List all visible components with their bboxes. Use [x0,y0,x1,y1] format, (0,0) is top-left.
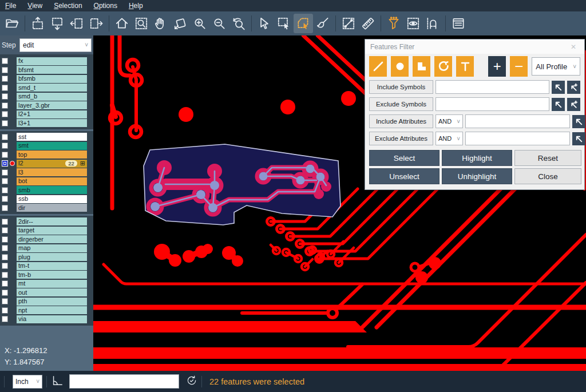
mode-positive-button[interactable]: + [488,56,506,77]
mode-negative-button[interactable]: − [510,56,528,77]
filter-pad-button[interactable] [391,56,409,77]
layer-active-indicator[interactable] [8,75,17,82]
filter-line-button[interactable] [369,56,387,77]
view-overlay-icon[interactable] [403,14,423,33]
layer-visibility-checkbox[interactable] [2,254,8,260]
layer-row-npt[interactable]: npt [0,306,93,314]
layer-row-mt[interactable]: mt [0,280,93,288]
layer-visibility-checkbox[interactable] [2,67,8,73]
layer-visibility-checkbox[interactable] [2,245,8,251]
pick-symbol-button[interactable] [552,81,565,94]
layer-active-indicator[interactable] [8,227,17,234]
layer-row-smd_b[interactable]: smd_b [0,93,93,101]
exclude-attributes-input[interactable] [465,132,570,145]
profile-select[interactable]: All Profile ˅ [532,57,580,76]
layer-visibility-checkbox[interactable] [2,290,8,296]
layer-active-indicator[interactable] [8,177,17,185]
include-attributes-input[interactable] [465,114,570,128]
zoom-in-icon[interactable] [190,14,209,33]
layer-row-plug[interactable]: plug [0,253,93,261]
layer-row-bot[interactable]: bot [0,177,93,185]
layer-row-smb[interactable]: smb [0,186,93,194]
exclude-symbols-input[interactable] [435,97,549,111]
step-select[interactable]: edit ˅ [19,38,92,52]
layer-active-indicator[interactable] [8,262,17,270]
highlight-button[interactable]: Highlight [442,150,512,166]
zoom-area-icon[interactable] [171,14,190,33]
layer-row-top[interactable]: top [0,151,93,159]
exclude-attributes-operator-select[interactable]: AND ˅ [435,132,463,145]
measure-distance-icon[interactable] [339,14,358,33]
features-filter-icon[interactable] [384,14,403,33]
reset-button[interactable]: Reset [514,150,581,166]
include-symbols-button[interactable]: Include Symbols [369,80,433,94]
menu-file[interactable]: File [5,2,16,10]
layer-active-indicator[interactable] [8,307,17,314]
select-rectangle-icon[interactable] [274,14,294,33]
layer-row-target[interactable]: target [0,227,93,235]
layer-visibility-checkbox[interactable] [2,102,8,109]
layer-row-l3[interactable]: l3 [0,168,93,176]
layer-row-l2+1[interactable]: l2+1 [0,110,93,118]
pick-add-symbol-button[interactable] [567,81,580,94]
sync-icon[interactable] [186,375,197,389]
layer-visibility-checkbox[interactable] [2,178,8,184]
layer-row-sst[interactable]: sst [0,133,93,141]
shift-view-up-icon[interactable] [28,14,47,33]
pick-attribute-button[interactable] [572,115,585,128]
layer-row-layer_3.gbr[interactable]: layer_3.gbr [0,101,93,109]
layer-row-l2[interactable]: l222⊞ [0,160,93,168]
layer-grid-icon[interactable]: ⊞ [80,160,85,167]
layer-active-indicator[interactable] [8,280,17,287]
filter-arc-button[interactable] [434,56,452,77]
exclude-attributes-button[interactable]: Exclude Attributes [369,132,433,145]
layer-row-tm-b[interactable]: tm-b [0,271,93,279]
layer-row-bfsmb[interactable]: bfsmb [0,75,93,83]
filter-surface-button[interactable] [413,56,430,77]
layer-visibility-checkbox[interactable] [2,272,8,278]
select-pointer-icon[interactable] [255,14,274,33]
layer-active-indicator[interactable] [8,57,17,65]
close-button[interactable]: Close [514,168,581,184]
pick-add-symbol-button[interactable] [567,98,580,111]
zoom-previous-icon[interactable] [229,14,248,33]
layer-row-ssb[interactable]: ssb [0,195,93,203]
layer-active-indicator[interactable] [8,110,17,118]
angle-measure-icon[interactable] [51,374,64,389]
layer-row-map[interactable]: map [0,244,93,252]
layer-visibility-checkbox[interactable] [2,85,8,91]
snap-magnet-icon[interactable] [423,14,442,33]
unselect-button[interactable]: Unselect [369,168,440,184]
select-polygon-icon[interactable] [294,14,313,33]
layer-visibility-checkbox[interactable] [2,280,8,287]
layer-visibility-checkbox[interactable] [2,152,8,158]
shift-view-down-icon[interactable] [47,14,67,33]
home-view-icon[interactable] [112,14,132,33]
layer-row-tm-t[interactable]: tm-t [0,262,93,270]
layer-active-indicator[interactable] [8,204,17,212]
layer-active-indicator[interactable] [8,254,17,261]
layer-row-smt[interactable]: smt [0,142,93,150]
include-symbols-input[interactable] [435,80,549,94]
exclude-symbols-button[interactable]: Exclude Symbols [369,97,433,111]
layer-visibility-checkbox[interactable] [2,58,8,64]
layer-visibility-checkbox[interactable] [2,187,8,193]
layer-active-indicator[interactable] [8,93,17,100]
unit-select[interactable]: Inch ˅ [13,375,42,389]
layer-visibility-checkbox[interactable] [2,236,8,243]
open-file-icon[interactable] [2,14,22,33]
layer-visibility-checkbox[interactable] [2,307,8,314]
menu-help[interactable]: Help [129,2,143,10]
layer-visibility-checkbox[interactable] [2,134,8,140]
layer-active-indicator[interactable] [8,244,17,252]
pan-hand-icon[interactable] [151,14,171,33]
pick-attribute-button[interactable] [572,132,585,145]
layer-visibility-checkbox[interactable] [2,169,8,176]
pcb-canvas[interactable]: Features Filter ✕ + − All Profile ˅ Incl… [93,35,586,371]
layer-active-indicator[interactable] [8,236,17,243]
layer-active-indicator[interactable] [8,315,17,323]
layer-row-2dir--[interactable]: 2dir-- [0,217,93,225]
layer-active-indicator[interactable] [8,271,17,279]
layer-active-indicator[interactable] [8,169,17,176]
menu-options[interactable]: Options [94,2,117,10]
